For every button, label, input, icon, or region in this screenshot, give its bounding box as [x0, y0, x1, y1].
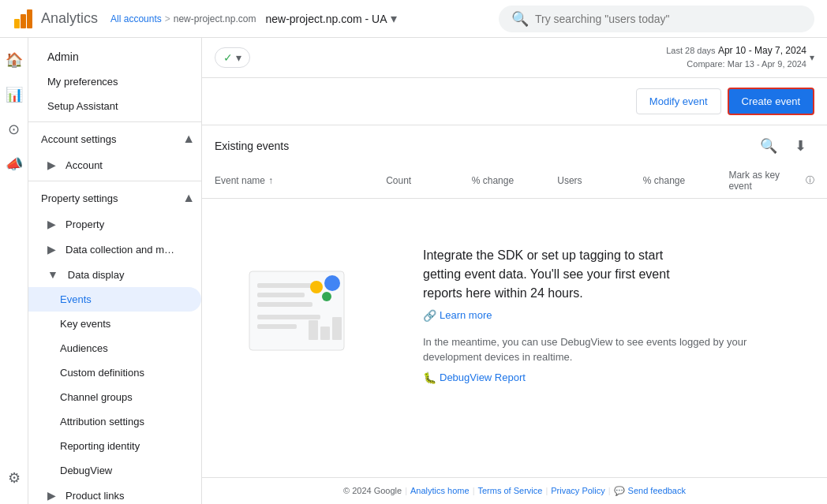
main-layout: 🏠 📊 ⊙ 📣 ⚙ Admin My preferences Setup Ass…: [0, 38, 827, 504]
date-range-value: Apr 10 - May 7, 2024: [718, 45, 806, 56]
breadcrumb-separator: >: [165, 13, 170, 24]
account-settings-chevron: ▲: [182, 132, 195, 146]
nav-advertising[interactable]: 📣: [3, 148, 25, 180]
audiences-label: Audiences: [60, 342, 108, 354]
svg-rect-0: [14, 19, 20, 28]
content-header: ✓ ▾ Last 28 days Apr 10 - May 7, 2024 Co…: [202, 38, 827, 78]
debug-icon: 🐛: [423, 371, 436, 384]
events-search-button[interactable]: 🔍: [754, 132, 783, 160]
date-range-label: Last 28 days: [666, 46, 715, 55]
reporting-identity-label: Reporting identity: [60, 440, 140, 452]
property-settings-label: Property settings: [41, 192, 118, 204]
sidebar-item-my-preferences[interactable]: My preferences: [28, 69, 201, 94]
link-icon: 🔗: [423, 309, 436, 322]
col-mark-key[interactable]: Mark as key event ⓘ: [728, 170, 814, 192]
sidebar-wrapper: Admin My preferences Setup Assistant Acc…: [28, 38, 202, 504]
property-selector[interactable]: new-project.np.com - UA ▾: [265, 11, 396, 26]
col-pct-change2-label: % change: [643, 175, 685, 186]
channel-groups-label: Channel groups: [60, 391, 133, 403]
date-range[interactable]: Last 28 days Apr 10 - May 7, 2024 Compar…: [666, 44, 814, 71]
my-preferences-label: My preferences: [47, 76, 118, 88]
sidebar-section-account-settings[interactable]: Account settings ▲: [28, 125, 201, 152]
sidebar-divider-1: [28, 121, 201, 122]
col-users[interactable]: Users: [557, 170, 643, 192]
nav-reports[interactable]: 📊: [3, 79, 25, 110]
create-event-button[interactable]: Create event: [728, 88, 814, 115]
empty-state: Integrate the SDK or set up tagging to s…: [202, 199, 827, 431]
breadcrumb: All accounts > new-project.np.com: [110, 13, 256, 24]
events-label: Events: [60, 293, 92, 305]
sidebar-sub-reporting-identity[interactable]: Reporting identity: [28, 434, 201, 458]
footer-copyright: © 2024 Google: [343, 486, 402, 496]
data-collection-label: Data collection and modifica...: [65, 244, 176, 256]
date-chevron-icon: ▾: [810, 52, 814, 63]
svg-rect-9: [309, 320, 318, 340]
col-event-name-label: Event name: [215, 175, 265, 186]
status-chip[interactable]: ✓ ▾: [215, 47, 250, 68]
sidebar-expand-account[interactable]: ▶ Account: [28, 152, 201, 177]
footer-separator-3: |: [545, 486, 548, 496]
sidebar-sub-audiences[interactable]: Audiences: [28, 336, 201, 360]
svg-point-13: [324, 275, 340, 291]
sidebar-expand-property[interactable]: ▶ Property: [28, 211, 201, 237]
search-bar[interactable]: 🔍: [499, 6, 814, 32]
check-icon: ✓: [223, 51, 233, 64]
nav-explore[interactable]: ⊙: [3, 114, 25, 145]
col-pct-change[interactable]: % change: [472, 170, 558, 192]
svg-point-14: [322, 292, 331, 301]
svg-rect-2: [27, 9, 32, 28]
chevron-down-icon: ▾: [391, 11, 397, 26]
search-input[interactable]: [535, 13, 802, 25]
events-download-button[interactable]: ⬇: [786, 132, 814, 160]
custom-definitions-label: Custom definitions: [60, 367, 144, 379]
account-label: Account: [65, 159, 103, 171]
empty-illustration: [234, 263, 376, 366]
sort-icon: ↑: [268, 175, 273, 186]
sidebar-expand-product-links[interactable]: ▶ Product links: [28, 483, 201, 504]
footer: © 2024 Google | Analytics home | Terms o…: [202, 477, 827, 504]
sidebar-section-property-settings[interactable]: Property settings ▲: [28, 185, 201, 211]
existing-events-title: Existing events: [215, 140, 289, 152]
topbar: Analytics All accounts > new-project.np.…: [0, 0, 827, 38]
footer-terms[interactable]: Terms of Service: [477, 486, 542, 496]
attribution-settings-label: Attribution settings: [60, 416, 144, 427]
sidebar-sub-channel-groups[interactable]: Channel groups: [28, 385, 201, 409]
expand-icon-property: ▶: [47, 218, 56, 230]
search-icon: 🔍: [511, 10, 529, 28]
debugview-report-link[interactable]: 🐛 DebugView Report: [423, 371, 795, 384]
settings-button[interactable]: ⚙: [5, 463, 24, 493]
icon-nav: 🏠 📊 ⊙ 📣 ⚙: [0, 38, 28, 504]
svg-rect-1: [21, 14, 26, 28]
col-count[interactable]: Count: [386, 170, 472, 192]
col-event-name[interactable]: Event name ↑: [215, 170, 386, 192]
date-compare-label: Compare: Mar 13 - Apr 9, 2024: [687, 59, 806, 69]
footer-feedback[interactable]: Send feedback: [628, 486, 686, 496]
col-mark-key-label: Mark as key event: [728, 170, 803, 192]
footer-separator-1: |: [405, 486, 407, 496]
sidebar-expand-data-collection[interactable]: ▶ Data collection and modifica...: [28, 237, 201, 262]
sidebar-sub-key-events[interactable]: Key events: [28, 312, 201, 336]
sidebar-expand-data-display[interactable]: ▼ Data display: [28, 262, 201, 287]
col-pct-change-label: % change: [472, 175, 514, 186]
data-display-label: Data display: [68, 269, 125, 281]
footer-separator-2: |: [473, 486, 475, 496]
footer-analytics-home[interactable]: Analytics home: [410, 486, 470, 496]
nav-home[interactable]: 🏠: [3, 44, 25, 76]
sidebar-item-setup-assistant[interactable]: Setup Assistant: [28, 94, 201, 118]
footer-privacy[interactable]: Privacy Policy: [551, 486, 604, 496]
sidebar-sub-events[interactable]: Events: [28, 287, 201, 312]
svg-rect-6: [257, 302, 312, 307]
sidebar-sub-attribution-settings[interactable]: Attribution settings: [28, 409, 201, 434]
col-count-label: Count: [386, 175, 411, 186]
empty-state-svg: [234, 263, 376, 366]
svg-rect-11: [332, 317, 342, 340]
all-accounts-link[interactable]: All accounts: [110, 13, 162, 24]
learn-more-link[interactable]: 🔗 Learn more: [423, 309, 795, 322]
modify-event-button[interactable]: Modify event: [636, 88, 721, 114]
empty-state-text: Integrate the SDK or set up tagging to s…: [423, 246, 795, 384]
mark-key-help-icon: ⓘ: [806, 174, 814, 186]
col-pct-change2[interactable]: % change: [643, 170, 729, 192]
sidebar-sub-custom-definitions[interactable]: Custom definitions: [28, 360, 201, 385]
account-settings-label: Account settings: [41, 133, 116, 145]
sidebar-sub-debugview[interactable]: DebugView: [28, 458, 201, 483]
